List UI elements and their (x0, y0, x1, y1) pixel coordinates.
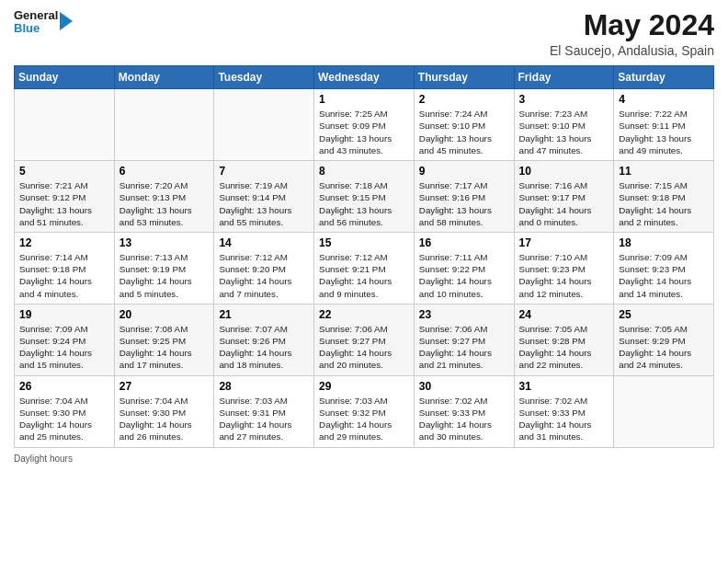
calendar-cell: 15Sunrise: 7:12 AM Sunset: 9:21 PM Dayli… (314, 232, 415, 304)
day-info: Sunrise: 7:06 AM Sunset: 9:27 PM Dayligh… (319, 323, 409, 372)
day-number: 23 (419, 308, 509, 321)
day-number: 17 (519, 236, 609, 249)
calendar-cell: 14Sunrise: 7:12 AM Sunset: 9:20 PM Dayli… (214, 232, 314, 304)
day-number: 18 (619, 236, 709, 249)
calendar-cell: 8Sunrise: 7:18 AM Sunset: 9:15 PM Daylig… (314, 161, 415, 233)
calendar-cell: 2Sunrise: 7:24 AM Sunset: 9:10 PM Daylig… (414, 89, 514, 161)
calendar-cell: 7Sunrise: 7:19 AM Sunset: 9:14 PM Daylig… (214, 161, 314, 233)
calendar-cell: 4Sunrise: 7:22 AM Sunset: 9:11 PM Daylig… (614, 89, 714, 161)
calendar-cell: 17Sunrise: 7:10 AM Sunset: 9:23 PM Dayli… (514, 232, 614, 304)
calendar-cell: 9Sunrise: 7:17 AM Sunset: 9:16 PM Daylig… (414, 161, 514, 233)
calendar-cell: 20Sunrise: 7:08 AM Sunset: 9:25 PM Dayli… (114, 304, 214, 375)
day-number: 28 (219, 380, 309, 393)
calendar-cell: 27Sunrise: 7:04 AM Sunset: 9:30 PM Dayli… (114, 375, 214, 447)
day-info: Sunrise: 7:09 AM Sunset: 9:24 PM Dayligh… (19, 323, 109, 372)
day-info: Sunrise: 7:11 AM Sunset: 9:22 PM Dayligh… (419, 251, 509, 300)
day-number: 10 (519, 165, 609, 178)
day-number: 25 (619, 308, 709, 321)
day-info: Sunrise: 7:25 AM Sunset: 9:09 PM Dayligh… (319, 108, 409, 156)
day-info: Sunrise: 7:06 AM Sunset: 9:27 PM Dayligh… (419, 323, 509, 372)
day-header-tuesday: Tuesday (214, 66, 314, 89)
day-info: Sunrise: 7:22 AM Sunset: 9:11 PM Dayligh… (619, 108, 709, 156)
day-number: 21 (219, 308, 309, 321)
calendar-cell (114, 89, 214, 161)
day-number: 7 (219, 165, 309, 178)
title-block: May 2024 El Saucejo, Andalusia, Spain (550, 9, 714, 58)
calendar-cell: 10Sunrise: 7:16 AM Sunset: 9:17 PM Dayli… (514, 161, 614, 233)
day-info: Sunrise: 7:04 AM Sunset: 9:30 PM Dayligh… (119, 395, 210, 443)
calendar-week-row: 1Sunrise: 7:25 AM Sunset: 9:09 PM Daylig… (15, 89, 714, 161)
header: General Blue May 2024 El Saucejo, Andalu… (14, 9, 714, 58)
logo: General Blue (14, 9, 73, 36)
day-info: Sunrise: 7:08 AM Sunset: 9:25 PM Dayligh… (119, 323, 210, 372)
day-number: 24 (519, 308, 609, 321)
calendar-cell (614, 375, 714, 447)
day-info: Sunrise: 7:19 AM Sunset: 9:14 PM Dayligh… (219, 179, 309, 228)
day-info: Sunrise: 7:17 AM Sunset: 9:16 PM Dayligh… (419, 179, 509, 228)
day-header-saturday: Saturday (614, 66, 714, 89)
day-number: 2 (419, 93, 509, 106)
day-info: Sunrise: 7:09 AM Sunset: 9:23 PM Dayligh… (619, 251, 709, 300)
day-info: Sunrise: 7:02 AM Sunset: 9:33 PM Dayligh… (419, 395, 509, 443)
day-number: 27 (119, 380, 210, 393)
calendar-cell (214, 89, 314, 161)
day-info: Sunrise: 7:12 AM Sunset: 9:21 PM Dayligh… (319, 251, 409, 300)
page: General Blue May 2024 El Saucejo, Andalu… (0, 0, 728, 563)
day-number: 14 (219, 236, 309, 249)
day-number: 5 (19, 165, 109, 178)
day-info: Sunrise: 7:24 AM Sunset: 9:10 PM Dayligh… (419, 108, 509, 156)
calendar-cell: 30Sunrise: 7:02 AM Sunset: 9:33 PM Dayli… (414, 375, 514, 447)
day-number: 11 (619, 165, 709, 178)
day-number: 15 (319, 236, 409, 249)
day-info: Sunrise: 7:03 AM Sunset: 9:31 PM Dayligh… (219, 395, 309, 443)
day-info: Sunrise: 7:02 AM Sunset: 9:33 PM Dayligh… (519, 395, 609, 443)
day-info: Sunrise: 7:20 AM Sunset: 9:13 PM Dayligh… (119, 179, 210, 228)
day-info: Sunrise: 7:12 AM Sunset: 9:20 PM Dayligh… (219, 251, 309, 300)
day-number: 12 (19, 236, 109, 249)
day-header-sunday: Sunday (15, 66, 115, 89)
day-info: Sunrise: 7:04 AM Sunset: 9:30 PM Dayligh… (19, 395, 109, 443)
calendar-cell: 25Sunrise: 7:05 AM Sunset: 9:29 PM Dayli… (614, 304, 714, 375)
calendar-cell: 31Sunrise: 7:02 AM Sunset: 9:33 PM Dayli… (514, 375, 614, 447)
calendar-cell: 16Sunrise: 7:11 AM Sunset: 9:22 PM Dayli… (414, 232, 514, 304)
calendar-subtitle: El Saucejo, Andalusia, Spain (550, 43, 714, 58)
day-number: 26 (19, 380, 109, 393)
calendar-week-row: 26Sunrise: 7:04 AM Sunset: 9:30 PM Dayli… (15, 375, 714, 447)
day-info: Sunrise: 7:21 AM Sunset: 9:12 PM Dayligh… (19, 179, 109, 228)
calendar-cell: 22Sunrise: 7:06 AM Sunset: 9:27 PM Dayli… (314, 304, 415, 375)
calendar-week-row: 19Sunrise: 7:09 AM Sunset: 9:24 PM Dayli… (15, 304, 714, 375)
day-info: Sunrise: 7:23 AM Sunset: 9:10 PM Dayligh… (519, 108, 609, 156)
day-number: 31 (519, 380, 609, 393)
logo-text: General Blue (14, 9, 58, 36)
calendar-cell: 18Sunrise: 7:09 AM Sunset: 9:23 PM Dayli… (614, 232, 714, 304)
calendar-week-row: 5Sunrise: 7:21 AM Sunset: 9:12 PM Daylig… (15, 161, 714, 233)
calendar-cell: 29Sunrise: 7:03 AM Sunset: 9:32 PM Dayli… (314, 375, 415, 447)
day-header-wednesday: Wednesday (314, 66, 415, 89)
day-info: Sunrise: 7:14 AM Sunset: 9:18 PM Dayligh… (19, 251, 109, 300)
day-header-thursday: Thursday (414, 66, 514, 89)
day-info: Sunrise: 7:16 AM Sunset: 9:17 PM Dayligh… (519, 179, 609, 228)
day-number: 8 (319, 165, 409, 178)
day-number: 19 (19, 308, 109, 321)
day-number: 1 (319, 93, 409, 106)
day-info: Sunrise: 7:05 AM Sunset: 9:28 PM Dayligh… (519, 323, 609, 372)
day-number: 13 (119, 236, 210, 249)
day-header-monday: Monday (114, 66, 214, 89)
calendar-cell: 3Sunrise: 7:23 AM Sunset: 9:10 PM Daylig… (514, 89, 614, 161)
calendar-cell: 24Sunrise: 7:05 AM Sunset: 9:28 PM Dayli… (514, 304, 614, 375)
day-info: Sunrise: 7:15 AM Sunset: 9:18 PM Dayligh… (619, 179, 709, 228)
calendar-cell: 19Sunrise: 7:09 AM Sunset: 9:24 PM Dayli… (15, 304, 115, 375)
day-header-friday: Friday (514, 66, 614, 89)
day-number: 6 (119, 165, 210, 178)
calendar-cell: 6Sunrise: 7:20 AM Sunset: 9:13 PM Daylig… (114, 161, 214, 233)
calendar-cell: 28Sunrise: 7:03 AM Sunset: 9:31 PM Dayli… (214, 375, 314, 447)
calendar-cell: 21Sunrise: 7:07 AM Sunset: 9:26 PM Dayli… (214, 304, 314, 375)
day-number: 29 (319, 380, 409, 393)
day-info: Sunrise: 7:10 AM Sunset: 9:23 PM Dayligh… (519, 251, 609, 300)
calendar-cell: 23Sunrise: 7:06 AM Sunset: 9:27 PM Dayli… (414, 304, 514, 375)
day-info: Sunrise: 7:05 AM Sunset: 9:29 PM Dayligh… (619, 323, 709, 372)
daylight-label: Daylight hours (14, 454, 73, 464)
calendar-cell (15, 89, 115, 161)
day-number: 9 (419, 165, 509, 178)
day-info: Sunrise: 7:18 AM Sunset: 9:15 PM Dayligh… (319, 179, 409, 228)
